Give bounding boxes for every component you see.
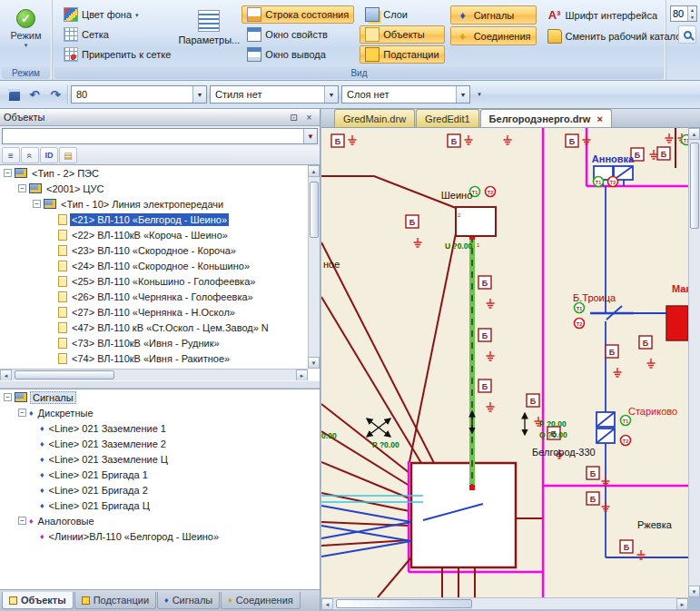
scroll-up-arrow[interactable]: ▲ <box>688 128 700 140</box>
tab-substations[interactable]: Подстанции <box>74 592 156 609</box>
panel-splitter[interactable] <box>0 380 320 389</box>
objects-tree-viewport[interactable]: − <Тип - 2> ПЭС − <2001> ЦУС − <Тип - 10… <box>0 165 308 369</box>
filter-combo-arrow[interactable]: ▼ <box>303 129 317 143</box>
zoom-combo[interactable]: 80 ▼ <box>71 85 207 103</box>
tree-item[interactable]: <27> ВЛ-110 «Чернянка - Н.Оскол» <box>0 304 308 320</box>
scroll-left-arrow[interactable]: ◄ <box>321 598 333 610</box>
substations-toggle[interactable]: Подстанции <box>360 45 444 64</box>
tree-item[interactable]: − Сигналы <box>0 389 320 405</box>
red-block-maks[interactable] <box>666 306 688 340</box>
doc-tab-grededit[interactable]: GredEdit1 <box>416 109 479 127</box>
signals-toggle[interactable]: ♦ Сигналы <box>450 5 537 25</box>
filter-combo[interactable]: ▼ <box>2 128 318 144</box>
tab-signals[interactable]: ♦ Сигналы <box>157 592 220 609</box>
redo-button[interactable]: ↷ <box>46 85 64 103</box>
tree-item[interactable]: <74> ВЛ-110кВ «Ивня - Ракитное» <box>0 350 308 366</box>
schematic-canvas[interactable]: Б Т1 Т2 <box>321 128 688 597</box>
tree-item[interactable]: <22> ВЛ-110кВ «Короча - Шеино» <box>0 227 308 242</box>
scroll-thumb[interactable] <box>15 370 114 379</box>
tree-item[interactable]: ♦ <Line> 021 Заземление 1 <box>0 420 320 436</box>
objects-tree-hscrollbar[interactable]: ◄ ► <box>0 369 308 380</box>
tree-item[interactable]: − <Тип - 2> ПЭС <box>0 165 308 181</box>
collapse-all-button[interactable]: « <box>21 147 39 163</box>
label-p-value: P ?0.00 <box>372 440 399 449</box>
panel-pin-button[interactable]: ⊡ <box>287 111 301 123</box>
scroll-left-arrow[interactable]: ◄ <box>0 370 12 380</box>
tree-item[interactable]: − ♦ Дискретные <box>0 405 320 420</box>
layer-combo[interactable]: Слоя нет ▼ <box>341 85 470 103</box>
ribbon: ✓ Режим ▾ Режим Цвет фона ▾ Сетка П <box>0 0 700 81</box>
save-button[interactable] <box>5 85 23 103</box>
tab-objects[interactable]: Объекты <box>2 592 74 609</box>
tree-item-selected[interactable]: <21> ВЛ-110 «Белгород - Шеино» <box>0 212 308 227</box>
tab-connections[interactable]: ♦ Соединения <box>221 592 300 609</box>
undo-button[interactable]: ↶ <box>25 85 44 103</box>
tree-item[interactable]: − ♦ Аналоговые <box>0 513 320 528</box>
snap-to-grid-button[interactable]: Прикрепить к сетке <box>58 45 176 64</box>
tree-view-button[interactable]: ≡ <box>2 147 20 163</box>
bg-color-button[interactable]: Цвет фона ▾ <box>58 5 176 24</box>
scroll-thumb[interactable] <box>690 143 699 229</box>
signal-icon: ♦ <box>40 470 44 479</box>
tree-item[interactable]: ♦ <Line> 021 Заземление 2 <box>0 436 320 451</box>
show-id-button[interactable]: ID <box>40 147 58 163</box>
tree-item[interactable]: <73> ВЛ-110кВ «Ивня - Рудник» <box>0 335 308 350</box>
zoom-tool-button[interactable] <box>678 25 696 44</box>
scroll-down-arrow[interactable]: ▼ <box>688 586 700 597</box>
expander-icon[interactable]: − <box>33 200 41 208</box>
doc-tab-belgorodenergo[interactable]: Белгородэнерго.drw × <box>480 109 612 127</box>
expander-icon[interactable]: − <box>4 393 12 401</box>
expander-icon[interactable]: − <box>18 409 26 417</box>
output-window-toggle[interactable]: Окно вывода <box>242 45 354 64</box>
signals-tree[interactable]: − Сигналы − ♦ Дискретные ♦ <Line> 021 За… <box>0 389 320 589</box>
mode-button[interactable]: ✓ Режим ▾ <box>4 5 49 51</box>
grid-button[interactable]: Сетка <box>58 25 176 44</box>
scroll-thumb[interactable] <box>336 599 472 608</box>
style-combo[interactable]: Стиля нет ▼ <box>210 85 339 103</box>
tree-item-label: <Line> 021 Бригада 1 <box>47 468 150 481</box>
tree-item[interactable]: − <2001> ЦУС <box>0 181 308 196</box>
tree-item[interactable]: ♦ <Линии>ВЛ-110 «Белгород - Шеино» <box>0 528 320 544</box>
expander-icon[interactable]: − <box>18 517 26 525</box>
show-labels-button[interactable]: ▤ <box>59 147 77 163</box>
ribbon-zoom-input[interactable] <box>671 6 687 21</box>
selected-line-vl110[interactable] <box>469 234 475 490</box>
layer-combo-arrow[interactable]: ▼ <box>456 86 469 103</box>
connections-toggle[interactable]: ♦ Соединения <box>450 26 537 45</box>
tree-item[interactable]: <24> ВЛ-110 «Скородное - Коньшино» <box>0 258 308 273</box>
toolbar-overflow-button[interactable]: ▾ <box>473 85 486 103</box>
canvas-vscrollbar[interactable]: ▲ ▼ <box>688 128 700 597</box>
selection-handle[interactable] <box>469 485 475 490</box>
tree-item[interactable]: ♦ <Line> 021 Бригада 1 <box>0 467 320 482</box>
parameters-button[interactable]: Параметры... <box>182 5 236 50</box>
style-combo-arrow[interactable]: ▼ <box>324 86 338 103</box>
scroll-up-arrow[interactable]: ▲ <box>308 165 320 177</box>
zoom-combo-arrow[interactable]: ▼ <box>192 86 206 103</box>
scroll-right-arrow[interactable]: ► <box>676 598 688 610</box>
ribbon-zoom-spinbox[interactable]: ▲▼ <box>670 5 697 22</box>
objects-tree-vscrollbar[interactable]: ▲ ▼ <box>308 165 320 369</box>
panel-close-button[interactable]: × <box>302 111 316 123</box>
scroll-thumb[interactable] <box>310 182 319 238</box>
properties-window-toggle[interactable]: Окно свойств <box>242 25 354 44</box>
tree-item[interactable]: <23> ВЛ-110 «Скородное - Короча» <box>0 242 308 258</box>
objects-toggle[interactable]: Объекты <box>360 25 444 44</box>
tab-close-icon[interactable]: × <box>596 113 602 124</box>
substation-sheino[interactable] <box>456 207 496 236</box>
scroll-down-arrow[interactable]: ▼ <box>308 357 320 369</box>
scroll-right-arrow[interactable]: ► <box>296 370 308 380</box>
tree-item[interactable]: ♦ <Line> 021 Бригада 2 <box>0 482 320 498</box>
tree-item[interactable]: − <Тип - 10> Линия электропередачи <box>0 196 308 212</box>
doc-tab-gredmain[interactable]: GredMain.drw <box>334 109 415 127</box>
layers-toggle[interactable]: Слои <box>360 5 444 24</box>
canvas-hscrollbar[interactable]: ◄ ► <box>321 597 688 609</box>
expander-icon[interactable]: − <box>4 169 12 177</box>
tree-item[interactable]: <26> ВЛ-110 «Чернянка - Голофеевка» <box>0 289 308 304</box>
ribbon-zoom-spinner[interactable]: ▲▼ <box>687 6 696 21</box>
expander-icon[interactable]: − <box>18 184 26 192</box>
tree-item[interactable]: ♦ <Line> 021 Заземление Ц <box>0 451 320 467</box>
tree-item[interactable]: <25> ВЛ-110 «Коньшино - Голофеевка» <box>0 273 308 289</box>
tree-item[interactable]: <47> ВЛ-110 кВ «Ст.Оскол - Цем.Завод» N <box>0 320 308 335</box>
tree-item[interactable]: ♦ <Line> 021 Бригада Ц <box>0 498 320 513</box>
status-bar-toggle[interactable]: Строка состояния <box>242 5 354 24</box>
